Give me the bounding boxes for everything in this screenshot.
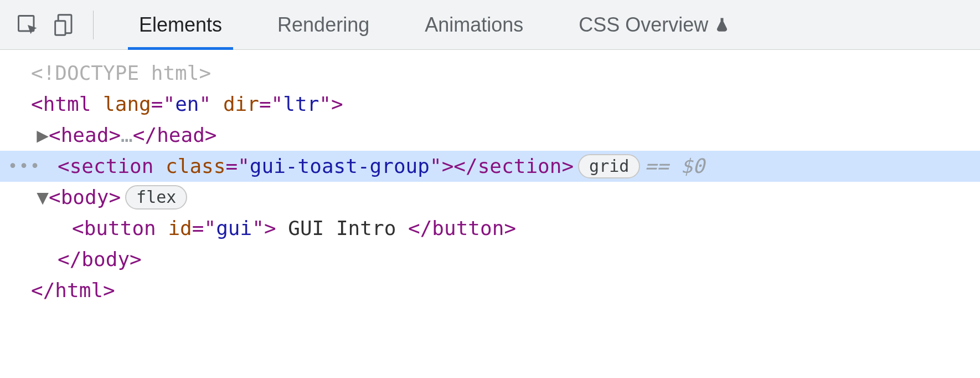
dom-node-html-close[interactable]: </html> (0, 275, 980, 306)
device-toolbar-icon[interactable] (53, 13, 78, 37)
toolbar-divider (93, 11, 94, 39)
tab-label: Elements (139, 13, 222, 37)
dom-node-head[interactable]: ▶ <head>…</head> (0, 120, 980, 151)
tab-css-overview[interactable]: CSS Overview (568, 0, 741, 49)
devtools-toolbar: Elements Rendering Animations CSS Overvi… (0, 0, 980, 50)
dom-node-button[interactable]: <button id="gui"> GUI Intro </button> (0, 213, 980, 244)
elements-dom-tree[interactable]: <!DOCTYPE html> <html lang="en" dir="ltr… (0, 50, 980, 323)
console-reference: == $0 (644, 151, 704, 182)
tab-animations[interactable]: Animations (414, 0, 534, 49)
tab-label: Animations (425, 13, 523, 37)
inspect-element-icon[interactable] (16, 13, 40, 37)
dom-node-section-selected[interactable]: ••• <section class="gui-toast-group"></s… (0, 151, 980, 182)
more-actions-icon[interactable]: ••• (8, 151, 41, 182)
dom-node-body-close[interactable]: </body> (0, 244, 980, 275)
tab-elements[interactable]: Elements (128, 0, 233, 49)
tab-label: CSS Overview (579, 13, 708, 37)
tab-rendering[interactable]: Rendering (266, 0, 380, 49)
panel-tabs: Elements Rendering Animations CSS Overvi… (128, 0, 741, 49)
experiment-flask-icon (714, 17, 730, 33)
tab-label: Rendering (277, 13, 369, 37)
dom-node-html-open[interactable]: <html lang="en" dir="ltr"> (0, 89, 980, 120)
layout-badge-flex[interactable]: flex (125, 185, 187, 210)
dom-node-doctype[interactable]: <!DOCTYPE html> (0, 58, 980, 89)
layout-badge-grid[interactable]: grid (578, 154, 640, 178)
dom-node-body-open[interactable]: ▼ <body> flex (0, 182, 980, 213)
svg-rect-2 (55, 21, 65, 35)
doctype-text: <!DOCTYPE html> (31, 58, 211, 89)
